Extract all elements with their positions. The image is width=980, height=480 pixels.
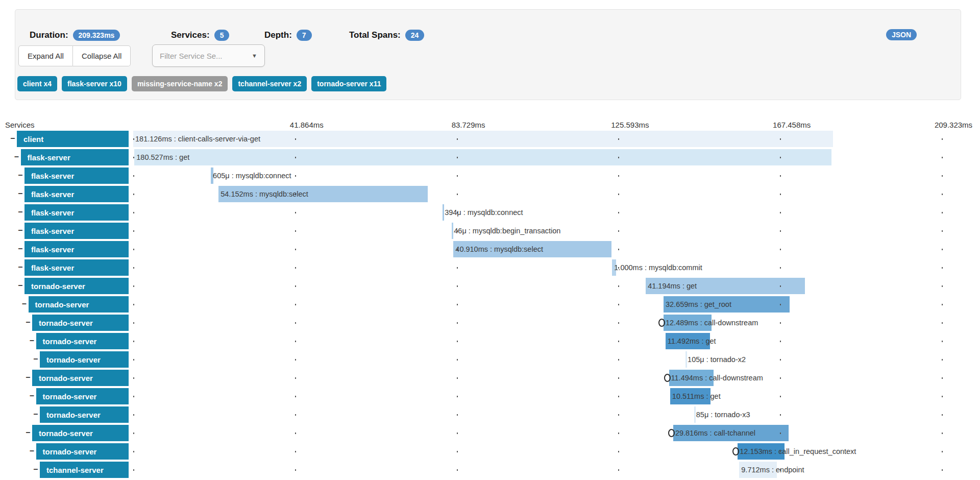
service-cell[interactable]: tornado-server xyxy=(32,425,129,441)
collapse-toggle[interactable]: – xyxy=(17,189,24,198)
tick-dot xyxy=(942,304,943,305)
trace-row: –flask-server46μ : mysqldb:begin_transac… xyxy=(0,223,980,241)
tick-dot xyxy=(780,212,781,213)
tick-dot xyxy=(780,359,781,361)
trace-row: –tornado-server32.659ms : get_root xyxy=(0,296,980,315)
collapse-toggle[interactable]: – xyxy=(29,336,36,345)
span-label: 46μ : mysqldb:begin_transaction xyxy=(454,223,560,239)
tick-dot xyxy=(133,469,134,471)
collapse-toggle[interactable]: – xyxy=(17,281,24,290)
tick-dot xyxy=(942,285,943,287)
service-cell[interactable]: flask-server xyxy=(24,259,129,276)
trace-row: –tornado-server85μ : tornado-x3 xyxy=(0,406,980,425)
tick-dot xyxy=(780,414,781,416)
collapse-toggle[interactable]: – xyxy=(17,226,24,235)
tick-dot xyxy=(780,304,781,305)
service-cell[interactable]: flask-server xyxy=(24,167,129,184)
collapse-toggle[interactable]: – xyxy=(32,354,39,364)
tick-dot xyxy=(457,359,458,361)
service-cell[interactable]: tornado-server xyxy=(36,388,129,404)
tick-dot xyxy=(942,469,943,471)
span-bar[interactable] xyxy=(134,149,831,165)
tick-dot xyxy=(457,304,458,305)
tick-dot xyxy=(457,267,458,269)
collapse-toggle[interactable]: – xyxy=(21,299,28,308)
span-label: 85μ : tornado-x3 xyxy=(696,406,750,423)
trace-row: –tornado-server11.494ms : call-downstrea… xyxy=(0,370,980,388)
service-cell[interactable]: tornado-server xyxy=(24,278,129,294)
tick-dot xyxy=(133,249,134,250)
tick-dot xyxy=(295,396,296,397)
annotation-circle-icon[interactable] xyxy=(668,429,675,437)
service-cell[interactable]: tchannel-server xyxy=(40,462,129,478)
trace-row: –tornado-server11.492ms : get xyxy=(0,333,980,351)
collapse-toggle[interactable]: – xyxy=(17,171,24,180)
annotation-circle-icon[interactable] xyxy=(664,374,671,382)
collapse-toggle[interactable]: – xyxy=(24,428,32,437)
tick-dot xyxy=(780,267,781,269)
tick-dot xyxy=(457,285,458,287)
service-cell[interactable]: tornado-server xyxy=(32,315,129,331)
service-cell[interactable]: tornado-server xyxy=(29,296,129,313)
collapse-toggle[interactable]: – xyxy=(29,446,36,455)
service-cell[interactable]: tornado-server xyxy=(40,406,129,423)
tick-dot xyxy=(133,267,134,269)
span-label: 605μ : mysqldb:connect xyxy=(213,167,291,184)
service-cell[interactable]: flask-server xyxy=(24,223,129,239)
tick-dot xyxy=(780,175,781,177)
span-label: 40.910ms : mysqldb:select xyxy=(455,241,543,257)
tick-dot xyxy=(457,451,458,452)
tick-dot xyxy=(618,230,619,232)
tick-dot xyxy=(780,157,781,158)
span-bar[interactable] xyxy=(685,351,687,368)
collapse-toggle[interactable]: – xyxy=(32,465,39,474)
tick-dot xyxy=(618,322,619,324)
tick-dot xyxy=(133,322,134,324)
collapse-toggle[interactable]: – xyxy=(17,262,24,272)
tick-dot xyxy=(133,377,134,379)
collapse-toggle[interactable]: – xyxy=(24,318,32,327)
tick-dot xyxy=(618,433,619,434)
span-bar[interactable] xyxy=(452,223,453,239)
span-bar[interactable] xyxy=(694,406,696,423)
tick-dot xyxy=(942,322,943,324)
trace-row: –client181.126ms : client-calls-server-v… xyxy=(0,131,980,149)
collapse-toggle[interactable]: – xyxy=(13,152,20,161)
tick-dot xyxy=(942,212,943,213)
service-cell[interactable]: tornado-server xyxy=(40,351,129,368)
tick-dot xyxy=(133,157,134,158)
service-cell[interactable]: tornado-server xyxy=(36,333,129,349)
collapse-toggle[interactable]: – xyxy=(9,134,16,143)
collapse-toggle[interactable]: – xyxy=(32,410,39,419)
tick-dot xyxy=(295,322,296,324)
tick-dot xyxy=(942,359,943,361)
service-cell[interactable]: tornado-server xyxy=(32,370,129,386)
collapse-toggle[interactable]: – xyxy=(24,373,32,382)
service-cell[interactable]: tornado-server xyxy=(36,443,129,460)
service-cell[interactable]: flask-server xyxy=(24,241,129,257)
tick-dot xyxy=(942,175,943,177)
span-bar[interactable] xyxy=(443,204,444,221)
collapse-toggle[interactable]: – xyxy=(17,207,24,217)
service-cell[interactable]: client xyxy=(17,131,129,147)
tick-dot xyxy=(618,285,619,287)
trace-page: Duration: 209.323ms Services: 5 Depth: 7… xyxy=(0,0,980,480)
span-label: 181.126ms : client-calls-server-via-get xyxy=(135,131,260,147)
tick-dot xyxy=(780,377,781,379)
service-cell[interactable]: flask-server xyxy=(21,149,129,165)
trace-row: –flask-server40.910ms : mysqldb:select xyxy=(0,241,980,259)
tick-dot xyxy=(780,322,781,324)
tick-dot xyxy=(942,249,943,250)
tick-dot xyxy=(618,469,619,471)
service-cell[interactable]: flask-server xyxy=(24,204,129,221)
span-label: 180.527ms : get xyxy=(136,149,189,165)
tick-dot xyxy=(295,341,296,342)
collapse-toggle[interactable]: – xyxy=(17,244,24,253)
services-column-header: Services xyxy=(5,121,35,129)
collapse-toggle[interactable]: – xyxy=(29,391,36,400)
annotation-circle-icon[interactable] xyxy=(658,319,665,327)
tick-dot xyxy=(133,396,134,397)
tick-dot xyxy=(618,359,619,361)
service-cell[interactable]: flask-server xyxy=(24,186,129,202)
tick-dot xyxy=(618,377,619,379)
